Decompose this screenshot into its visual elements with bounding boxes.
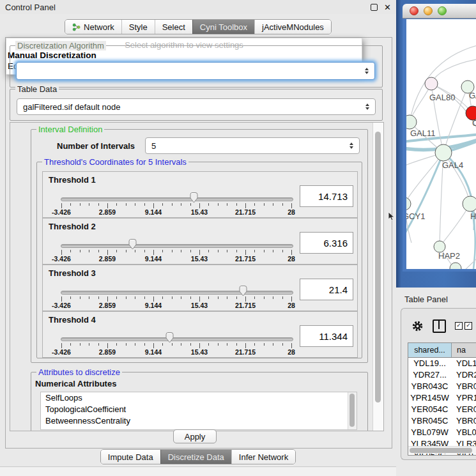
table-body: YDL19...YDL1YDR27...YDR2YBR043CYBR0YPR14… [408,358,476,456]
numerical-attributes-heading: Numerical Attributes [35,379,116,388]
threshold-value-field[interactable]: 11.344 [300,325,353,347]
network-window-titlebar[interactable] [403,4,476,19]
network-node[interactable] [425,77,438,90]
number-of-intervals-combobox[interactable]: 5 [145,137,360,154]
slider-track[interactable] [61,197,293,201]
threshold-label: Threshold 1 [49,175,96,185]
cyni-toolbox-content: Discretization Algorithm Select algorith… [5,37,392,449]
table-hscrollbar-thumb[interactable] [410,448,472,453]
slider-axis-labels: -3.4262.8599.14415.4321.71528 [61,302,293,309]
threshold-label: Threshold 4 [49,315,96,325]
zoom-traffic-light[interactable] [438,6,447,15]
tab-discretize-data[interactable]: Discretize Data [160,450,231,464]
cell-name[interactable]: YBL0 [451,427,476,438]
slider-handle[interactable] [188,192,199,204]
cell-shared-name[interactable]: YPR145W [408,392,451,404]
cell-shared-name[interactable]: YBL079W [408,427,451,438]
tab-cyni-toolbox[interactable]: Cyni Toolbox [192,20,254,34]
cell-shared-name[interactable]: YBR045C [408,415,451,427]
slider-track[interactable] [61,244,293,248]
tab-jactivemnodules[interactable]: jActiveMNodules [254,20,331,34]
network-node[interactable] [435,144,452,161]
slider-track[interactable] [61,337,293,341]
table-panel: ✓ ✓ shared... na YDL19...YDL1YDR27...YDR… [401,308,476,460]
tab-jactivemnodules-label: jActiveMNodules [262,22,324,32]
settings-scrollbar-thumb[interactable] [375,132,381,403]
table-row[interactable]: YDR27...YDR2 [408,369,476,381]
attribute-list-item[interactable]: TopologicalCoefficient [41,404,357,415]
network-node[interactable] [406,197,411,210]
network-node[interactable] [450,263,461,269]
threshold-value-field[interactable]: 14.713 [300,185,353,207]
numerical-attributes-list[interactable]: SelfLoopsTopologicalCoefficientBetweenne… [40,392,357,430]
column-header-name[interactable]: na [452,343,476,357]
settings-vertical-scrollbar[interactable] [372,123,383,431]
table-data-title: Table Data [15,84,59,94]
tab-select[interactable]: Select [155,20,192,34]
tab-infer-network[interactable]: Infer Network [231,450,295,464]
network-view-window: GAL80GAGAL11CGAL4GCY1HHAP2 [403,4,476,272]
attributes-group: Attributes to discretize Numerical Attri… [31,372,368,431]
network-node-label: H [470,211,476,221]
cell-name[interactable]: YPR1 [451,392,476,404]
tab-cyni-toolbox-label: Cyni Toolbox [200,22,247,32]
table-header-row: shared... na [408,343,476,358]
cell-name[interactable]: YDL1 [451,358,476,369]
network-node-label: HAP2 [438,251,460,261]
checkbox-checked-icon[interactable]: ✓ [455,322,463,330]
show-columns-icon[interactable] [433,319,446,333]
threshold-value-field[interactable]: 21.4 [300,279,353,300]
threshold-value-field[interactable]: 6.316 [300,232,353,254]
slider-handle[interactable] [164,332,175,344]
attributes-scrollbar-thumb[interactable] [349,394,355,427]
cell-shared-name[interactable]: YER054C [408,404,451,415]
threshold-panel-2: Threshold 2-3.4262.8599.14415.4321.71528… [42,218,358,265]
tab-style[interactable]: Style [121,20,155,34]
column-header-shared-name[interactable]: shared... [408,343,452,357]
table-row[interactable]: YBL079WYBL0 [408,427,476,438]
slider-track[interactable] [61,291,293,295]
cell-name[interactable]: YBR0 [451,381,476,392]
top-tab-group: Network Style Select Cyni Toolbox jActiv… [65,19,332,35]
control-panel-window: Control Panel ✕ Network Style [0,0,396,476]
attributes-list-scrollbar[interactable] [348,392,357,429]
cell-shared-name[interactable]: YBR043C [408,381,451,392]
threshold-label: Threshold 3 [49,268,96,278]
slider-handle[interactable] [238,285,249,297]
combo-stepper-icon [362,68,374,74]
table-horizontal-scrollbar[interactable] [408,446,476,454]
minimize-traffic-light[interactable] [424,6,433,15]
table-row[interactable]: YDL19...YDL1 [408,358,476,369]
table-row[interactable]: YER054CYER0 [408,404,476,415]
cell-shared-name[interactable]: YDR27... [408,369,451,381]
table-data-combobox[interactable]: galFiltered.sif default node [17,98,376,115]
close-icon[interactable]: ✕ [384,3,391,12]
cell-name[interactable]: YBR0 [451,415,476,427]
network-canvas[interactable]: GAL80GAGAL11CGAL4GCY1HHAP2 [406,19,476,269]
checkbox-checked-icon[interactable]: ✓ [464,322,472,330]
combo-stepper-icon [362,104,375,110]
thresholds-group-title: Threshold's Coordinates for 5 Intervals [42,157,188,167]
network-icon [72,23,81,31]
attribute-list-item[interactable]: SelfLoops [41,392,357,404]
slider-handle[interactable] [127,238,138,250]
cell-name[interactable]: YDR2 [451,369,476,381]
float-window-icon[interactable] [371,4,378,11]
cell-shared-name[interactable]: YDL19... [408,358,451,369]
network-node[interactable] [463,196,476,211]
tab-infer-network-label: Infer Network [239,452,288,462]
gear-icon[interactable] [411,320,424,332]
table-row[interactable]: YBR045CYBR0 [408,415,476,427]
algorithm-combobox[interactable] [16,62,375,80]
cell-name[interactable]: YER0 [451,404,476,415]
tab-network[interactable]: Network [65,20,121,34]
attribute-list-item[interactable]: BetweennessCentrality [41,415,357,427]
network-node-label: GAL80 [429,93,455,102]
table-row[interactable]: YBR043CYBR0 [408,381,476,392]
tab-style-label: Style [129,22,148,32]
close-traffic-light[interactable] [410,6,418,15]
tab-impute-data[interactable]: Impute Data [101,450,160,464]
select-all-icons[interactable]: ✓ ✓ [455,322,472,330]
table-row[interactable]: YPR145WYPR1 [408,392,476,404]
apply-button[interactable]: Apply [173,429,217,443]
